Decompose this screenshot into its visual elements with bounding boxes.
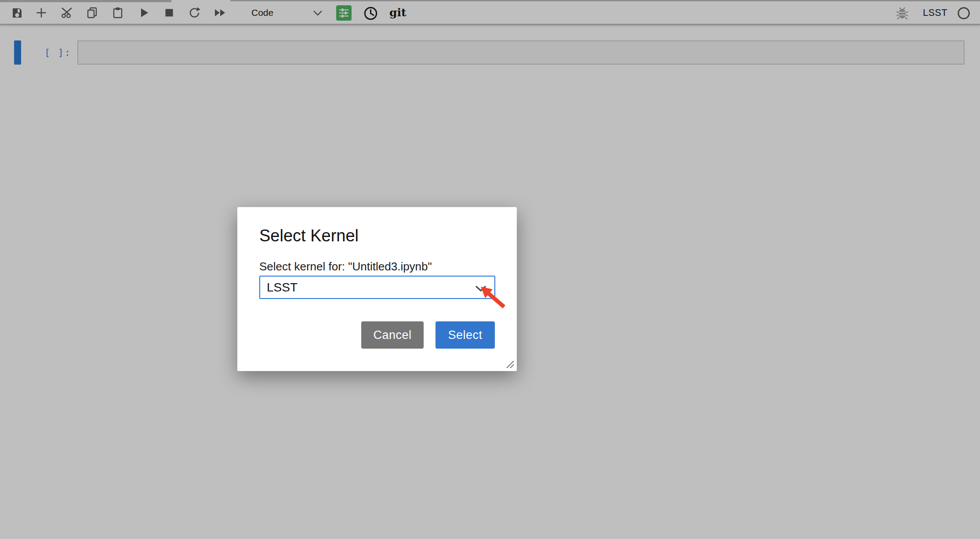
select-kernel-dialog: Select Kernel Select kernel for: "Untitl… (237, 207, 517, 371)
resize-handle-icon[interactable] (505, 359, 515, 369)
cancel-button[interactable]: Cancel (361, 321, 424, 349)
kernel-dropdown[interactable]: LSST (259, 276, 495, 299)
select-button[interactable]: Select (436, 321, 495, 349)
dialog-title: Select Kernel (259, 226, 359, 245)
jupyterlab-window: Code (0, 0, 980, 539)
kernel-dropdown-value: LSST (260, 280, 298, 295)
dialog-footer: Cancel Select (361, 321, 495, 349)
kernel-select-label: Select kernel for: "Untitled3.ipynb" (259, 260, 432, 273)
chevron-down-icon (475, 285, 486, 292)
